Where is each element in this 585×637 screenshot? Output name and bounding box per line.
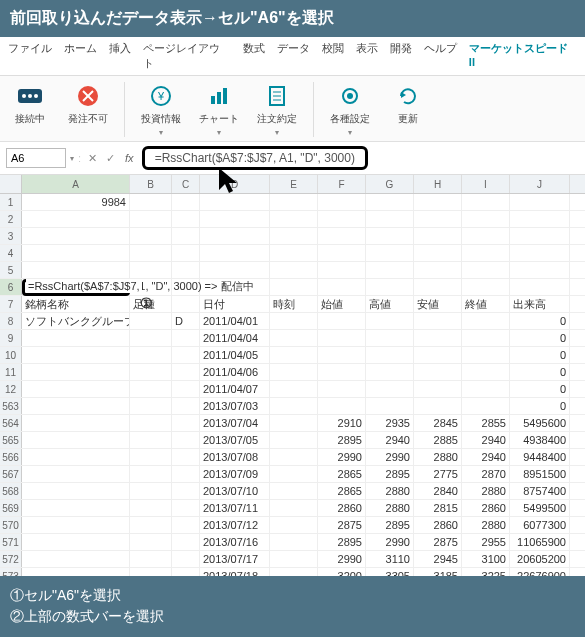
row-header[interactable]: 1 <box>0 194 22 210</box>
cell[interactable] <box>270 517 318 533</box>
cell[interactable] <box>172 500 200 516</box>
cell[interactable]: 0 <box>510 313 570 329</box>
cell[interactable]: 2880 <box>366 483 414 499</box>
cell[interactable]: 2940 <box>366 432 414 448</box>
cell[interactable] <box>270 211 318 227</box>
cell[interactable]: 2895 <box>318 432 366 448</box>
cell[interactable] <box>22 449 130 465</box>
row-header[interactable]: 572 <box>0 551 22 567</box>
cell[interactable] <box>172 466 200 482</box>
cell[interactable]: 11065900 <box>510 534 570 550</box>
cell[interactable] <box>270 466 318 482</box>
cell[interactable] <box>510 228 570 244</box>
menu-review[interactable]: 校閲 <box>322 41 344 71</box>
cell[interactable] <box>366 347 414 363</box>
cell[interactable] <box>130 500 172 516</box>
cell[interactable] <box>130 347 172 363</box>
cell[interactable]: D <box>172 313 200 329</box>
cell[interactable]: 2945 <box>414 551 462 567</box>
cell[interactable] <box>270 245 318 261</box>
cell[interactable]: 0 <box>510 381 570 397</box>
cell[interactable] <box>130 313 172 329</box>
cell[interactable] <box>318 262 366 278</box>
cell[interactable] <box>270 551 318 567</box>
cell[interactable] <box>270 534 318 550</box>
table-row[interactable]: 2 <box>0 211 585 228</box>
cell[interactable] <box>366 398 414 414</box>
cell[interactable]: 2940 <box>462 449 510 465</box>
cell[interactable] <box>270 364 318 380</box>
cell[interactable] <box>462 398 510 414</box>
cell[interactable]: 安値 <box>414 296 462 312</box>
row-header[interactable]: 9 <box>0 330 22 346</box>
cell[interactable] <box>270 483 318 499</box>
col-header-a[interactable]: A <box>22 175 130 193</box>
cell[interactable] <box>366 364 414 380</box>
row-header[interactable]: 571 <box>0 534 22 550</box>
cell[interactable]: 日付 <box>200 296 270 312</box>
row-header[interactable]: 568 <box>0 483 22 499</box>
cell[interactable] <box>462 364 510 380</box>
cell[interactable] <box>130 381 172 397</box>
cell[interactable] <box>172 517 200 533</box>
cell[interactable] <box>130 551 172 567</box>
cell[interactable] <box>414 364 462 380</box>
cell[interactable]: 0 <box>510 364 570 380</box>
table-row[interactable]: 5692013/07/1128602880281528605499500 <box>0 500 585 517</box>
ribbon-update[interactable]: 更新 <box>386 82 430 137</box>
cell[interactable]: 2013/07/11 <box>200 500 270 516</box>
cell[interactable]: 20605200 <box>510 551 570 567</box>
cell[interactable] <box>172 483 200 499</box>
col-header-b[interactable]: B <box>130 175 172 193</box>
cell[interactable] <box>414 381 462 397</box>
table-row[interactable]: 122011/04/070 <box>0 381 585 398</box>
cell[interactable] <box>510 194 570 210</box>
cell[interactable]: 2775 <box>414 466 462 482</box>
cell[interactable] <box>22 228 130 244</box>
cell[interactable] <box>130 194 172 210</box>
cell[interactable] <box>172 449 200 465</box>
cell[interactable] <box>270 262 318 278</box>
cell[interactable] <box>462 245 510 261</box>
table-row[interactable]: 5712013/07/16289529902875295511065900 <box>0 534 585 551</box>
cell[interactable]: 2011/04/07 <box>200 381 270 397</box>
row-header[interactable]: 564 <box>0 415 22 431</box>
cell[interactable]: ソフトバンクグループ <box>22 313 130 329</box>
cell[interactable] <box>318 381 366 397</box>
table-row[interactable]: 5662013/07/0829902990288029409448400 <box>0 449 585 466</box>
row-header[interactable]: 12 <box>0 381 22 397</box>
cell[interactable] <box>200 211 270 227</box>
cell[interactable] <box>172 364 200 380</box>
col-header-g[interactable]: G <box>366 175 414 193</box>
fx-icon[interactable]: fx <box>121 152 138 164</box>
cell[interactable] <box>22 466 130 482</box>
cell[interactable]: 2940 <box>462 432 510 448</box>
cell[interactable] <box>22 245 130 261</box>
cell[interactable] <box>366 228 414 244</box>
cell[interactable] <box>130 364 172 380</box>
cell[interactable]: 0 <box>510 330 570 346</box>
cell[interactable] <box>130 415 172 431</box>
row-header[interactable]: 3 <box>0 228 22 244</box>
cancel-icon[interactable]: ✕ <box>85 151 99 165</box>
cell[interactable]: 時刻 <box>270 296 318 312</box>
ribbon-invest[interactable]: ¥ 投資情報▾ <box>139 82 183 137</box>
cell[interactable] <box>22 381 130 397</box>
cell[interactable] <box>366 381 414 397</box>
cell[interactable] <box>366 279 414 295</box>
cell[interactable] <box>270 347 318 363</box>
ribbon-agree[interactable]: 注文約定▾ <box>255 82 299 137</box>
cell[interactable] <box>22 415 130 431</box>
table-row[interactable]: 92011/04/040 <box>0 330 585 347</box>
col-header-j[interactable]: J <box>510 175 570 193</box>
cell[interactable] <box>22 551 130 567</box>
cell[interactable] <box>414 347 462 363</box>
cell[interactable] <box>318 245 366 261</box>
menu-file[interactable]: ファイル <box>8 41 52 71</box>
cell[interactable]: 2935 <box>366 415 414 431</box>
cell[interactable] <box>462 279 510 295</box>
cell[interactable]: 5495600 <box>510 415 570 431</box>
cell[interactable] <box>172 432 200 448</box>
cell[interactable] <box>270 500 318 516</box>
cell[interactable]: 2990 <box>366 534 414 550</box>
